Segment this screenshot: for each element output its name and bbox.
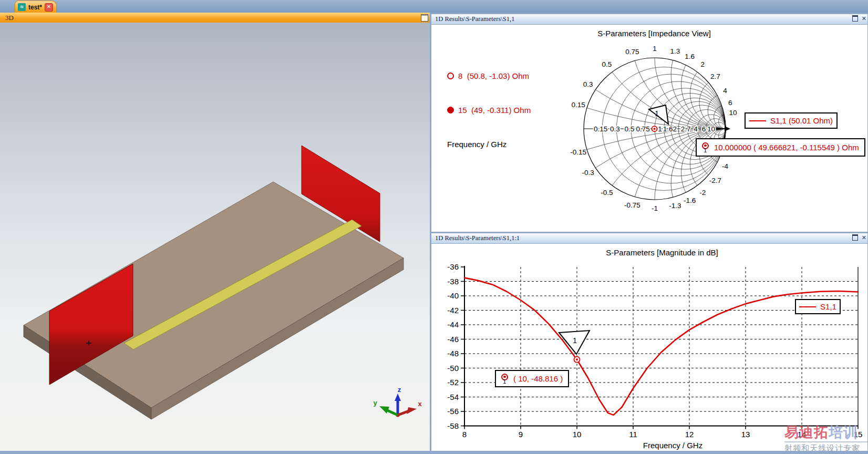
marker-readout-text: 8 (50.8, -1.03) Ohm	[458, 70, 529, 82]
close-window-icon[interactable]: ✕	[862, 235, 866, 241]
svg-text:14: 14	[798, 430, 807, 439]
svg-text:0.3: 0.3	[610, 125, 620, 133]
svg-text:2.7: 2.7	[710, 73, 720, 80]
smith-marker-label-box[interactable]: 1 10.000000 ( 49.666821, -0.115549 ) Ohm	[696, 138, 865, 157]
3d-model-canvas: z y x	[0, 23, 430, 451]
magnitude-marker-label-box[interactable]: 1 ( 10, -48.816 )	[495, 370, 569, 387]
restore-window-icon[interactable]	[421, 14, 428, 22]
svg-text:-40: -40	[447, 291, 459, 300]
svg-text:1: 1	[653, 45, 657, 53]
svg-text:2.7: 2.7	[681, 125, 691, 133]
document-tab[interactable]: ≋ test* ✕	[15, 1, 57, 13]
x-axis-label: x	[418, 400, 422, 408]
window-bottom-edge	[0, 451, 868, 454]
legend-label: S1,1	[820, 302, 836, 311]
svg-text:10: 10	[573, 430, 582, 439]
svg-text:-0.15: -0.15	[570, 148, 586, 156]
svg-text:-48: -48	[447, 349, 459, 358]
svg-text:-0.3: -0.3	[582, 169, 594, 177]
svg-text:1: 1	[658, 125, 662, 133]
svg-text:-1.3: -1.3	[669, 202, 681, 210]
marker-glyph: 1	[501, 373, 509, 385]
marker-readout-text: 15 (49, -0.311) Ohm	[458, 105, 531, 116]
3d-viewport[interactable]: z y x	[0, 23, 430, 451]
svg-text:4: 4	[694, 125, 698, 133]
legend-label: S1,1 (50.01 Ohm)	[770, 116, 833, 125]
svg-text:0.5: 0.5	[602, 60, 612, 68]
svg-text:-2: -2	[699, 189, 706, 197]
tab-close-button[interactable]: ✕	[45, 3, 53, 12]
legend-line-sample	[749, 120, 766, 121]
marker-glyph: 1	[702, 142, 709, 153]
filled-circle-marker-icon	[447, 107, 454, 113]
magnitude-chart-svg: -36-38-40-42-44-46-48-50-52-54-56-588910…	[431, 244, 868, 451]
magnitude-chart-title: S-Parameters [Magnitude in dB]	[431, 248, 867, 257]
app-window: ≋ test* ✕ 3D	[0, 0, 868, 454]
marker-readout-2: 15 (49, -0.311) Ohm	[447, 105, 531, 116]
open-circle-marker-icon	[447, 73, 454, 79]
svg-text:-50: -50	[447, 364, 459, 373]
marker-index: 1	[704, 147, 707, 153]
svg-text:-52: -52	[447, 378, 459, 387]
svg-text:0.15: 0.15	[594, 125, 607, 133]
smith-window-titlebar[interactable]: 1D Results\S-Parameters\S1,1 ✕	[431, 14, 868, 25]
smith-legend-box[interactable]: S1,1 (50.01 Ohm)	[745, 112, 838, 129]
svg-text:1.6: 1.6	[685, 53, 695, 60]
svg-text:6: 6	[702, 125, 706, 133]
svg-text:-2.7: -2.7	[709, 177, 721, 184]
3d-view-title: 3D	[5, 14, 14, 22]
svg-text:0.75: 0.75	[625, 48, 639, 56]
svg-text:-46: -46	[447, 335, 459, 344]
svg-text:0.5: 0.5	[625, 125, 635, 133]
svg-text:-1.6: -1.6	[684, 197, 696, 204]
y-axis-label: y	[373, 399, 377, 407]
svg-text:0.75: 0.75	[636, 125, 650, 133]
svg-text:-44: -44	[447, 320, 459, 329]
3d-view-pane: 3D	[0, 13, 430, 451]
svg-text:1: 1	[573, 336, 577, 345]
restore-window-icon[interactable]	[852, 234, 858, 241]
project-icon: ≋	[18, 3, 26, 11]
magnitude-window-title: 1D Results\S-Parameters\S1,1:1	[435, 234, 520, 242]
marker-readouts: 8 (50.8, -1.03) Ohm 15 (49, -0.311) Ohm …	[447, 48, 531, 173]
svg-text:0.15: 0.15	[572, 101, 585, 109]
svg-text:Frequency / GHz: Frequency / GHz	[643, 441, 702, 450]
3d-view-titlebar[interactable]: 3D	[0, 13, 430, 23]
document-tab-bar: ≋ test* ✕	[0, 0, 868, 13]
magnitude-window-titlebar[interactable]: 1D Results\S-Parameters\S1,1:1 ✕	[431, 233, 868, 244]
magnitude-result-window: 1D Results\S-Parameters\S1,1:1 ✕ S-Param…	[431, 233, 868, 451]
svg-text:-54: -54	[447, 393, 459, 401]
smith-chart-area: S-Parameters [Impedance View] 8 (50.8, -…	[431, 25, 868, 232]
svg-text:-0.75: -0.75	[624, 201, 640, 209]
z-axis-arrow	[395, 394, 401, 401]
svg-text:-56: -56	[447, 407, 459, 416]
svg-text:2: 2	[700, 60, 705, 68]
svg-text:-58: -58	[447, 421, 459, 430]
svg-text:1.3: 1.3	[670, 47, 680, 55]
magnitude-legend-box[interactable]: S1,1	[795, 299, 841, 314]
svg-text:10: 10	[707, 125, 715, 133]
tab-label: test*	[28, 4, 42, 11]
svg-text:13: 13	[741, 430, 750, 439]
svg-text:-42: -42	[447, 306, 459, 315]
smith-window-title: 1D Results\S-Parameters\S1,1	[435, 15, 514, 23]
smith-curve-marker[interactable]	[652, 126, 657, 131]
legend-line-sample	[799, 306, 816, 307]
x-axis-arrow	[407, 407, 417, 414]
marker-readout-1: 8 (50.8, -1.03) Ohm	[447, 70, 531, 82]
svg-text:8: 8	[462, 430, 467, 439]
svg-text:-0.5: -0.5	[601, 189, 613, 197]
svg-text:1.62: 1.62	[663, 125, 677, 133]
svg-text:11: 11	[629, 430, 637, 439]
magnitude-chart-area: S-Parameters [Magnitude in dB] -36-38-40…	[431, 244, 868, 451]
axis-triad: z y x	[373, 386, 422, 417]
svg-text:1: 1	[655, 109, 659, 118]
magnitude-curve-marker[interactable]	[574, 357, 580, 363]
restore-window-icon[interactable]	[852, 15, 858, 22]
svg-text:15: 15	[854, 430, 863, 439]
close-window-icon[interactable]: ✕	[862, 16, 866, 22]
smith-result-window: 1D Results\S-Parameters\S1,1 ✕ S-Paramet…	[431, 14, 868, 232]
svg-text:9: 9	[519, 430, 523, 439]
marker-value-text: 10.000000 ( 49.666821, -0.115549 ) Ohm	[714, 143, 859, 152]
svg-text:12: 12	[685, 430, 694, 439]
